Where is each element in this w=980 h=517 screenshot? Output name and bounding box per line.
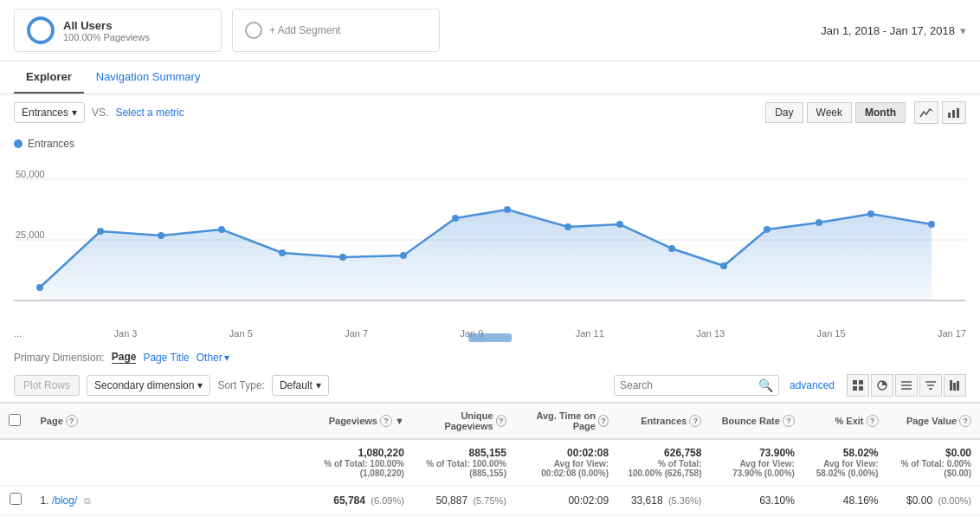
svg-point-14 [339,254,346,261]
row-page-value-value: $0.00 [906,494,932,507]
metric-selector[interactable]: Entrances ▾ [14,102,85,123]
th-page-help-icon[interactable]: ? [66,415,78,427]
total-avg-time-value: 00:02:08 [567,447,609,459]
svg-point-19 [616,221,623,228]
th-pageviews-sort-icon: ▼ [395,416,404,426]
th-avg-time-help-icon[interactable]: ? [598,415,609,427]
chart-svg: 50,000 25,000 [14,153,966,326]
search-icon: 🔍 [758,378,773,392]
data-table: Page ? Pageviews ? ▼ Unique Pageviews ? [0,403,980,515]
date-range-text: Jan 1, 2018 - Jan 17, 2018 [821,24,955,37]
segments-area: All Users 100.00% Pageviews + Add Segmen… [14,9,440,52]
plot-rows-button[interactable]: Plot Rows [14,375,80,396]
th-page-value-help-icon[interactable]: ? [959,415,971,427]
svg-point-23 [816,219,822,226]
total-entrances-cell: 626,758 % of Total: 100.00% (626,758) [617,439,710,486]
row-bounce-cell: 63.10% [710,486,803,515]
tab-navigation-summary[interactable]: Navigation Summary [84,61,213,94]
tab-explorer[interactable]: Explorer [14,61,84,94]
secondary-dimension-selector[interactable]: Secondary dimension ▾ [87,375,210,396]
add-segment-button[interactable]: + Add Segment [232,9,440,52]
week-button[interactable]: Week [807,102,852,123]
th-unique-pageviews: Unique Pageviews ? [413,404,515,440]
tabs-bar: Explorer Navigation Summary [0,61,980,94]
vs-label: VS. [92,107,108,119]
row-num: 1. [41,494,49,507]
total-page-value-value: $0.00 [945,447,971,459]
total-checkbox-cell [0,439,32,486]
svg-rect-40 [957,381,959,391]
th-bounce-help-icon[interactable]: ? [783,415,795,427]
svg-rect-2 [957,108,959,118]
metric-label: Entrances [22,107,68,119]
dim-page-title-link[interactable]: Page Title [143,352,189,364]
row-avg-time-cell: 00:02:09 [515,486,617,515]
table-header-row: Page ? Pageviews ? ▼ Unique Pageviews ? [0,404,980,440]
svg-point-11 [158,232,164,239]
th-unique-help-icon[interactable]: ? [496,415,506,427]
custom-view-button[interactable] [944,374,966,397]
month-button[interactable]: Month [855,102,906,123]
th-exit: % Exit ? [803,404,887,440]
th-checkbox [0,404,32,440]
pie-view-button[interactable] [871,374,893,397]
row-entrances-pct: (5.36%) [668,495,702,506]
th-exit-help-icon[interactable]: ? [867,415,879,427]
grid-view-button[interactable] [847,374,869,397]
all-users-segment[interactable]: All Users 100.00% Pageviews [14,9,222,52]
total-bounce-sub: Avg for View: 73.90% (0.00%) [719,459,794,478]
dim-other-dropdown[interactable]: Other ▾ [197,352,229,364]
select-metric-link[interactable]: Select a metric [115,107,184,119]
day-button[interactable]: Day [765,102,803,123]
row-page-value-pct: (0.00%) [938,495,971,506]
date-range-picker[interactable]: Jan 1, 2018 - Jan 17, 2018 ▾ [821,24,966,37]
x-label-6: Jan 13 [696,328,725,339]
row-pageviews-value: 65,784 [333,494,365,507]
filter-view-button[interactable] [919,374,942,397]
svg-rect-28 [859,380,863,385]
total-exit-cell: 58.02% Avg for View: 58.02% (0.00%) [803,439,887,486]
svg-rect-30 [859,386,863,391]
total-exit-sub: Avg for View: 58.02% (0.00%) [812,459,879,478]
add-segment-circle-icon [245,22,262,39]
dim-page-link[interactable]: Page [112,351,137,364]
total-avg-time-sub: Avg for View: 00:02:08 (0.00%) [524,459,609,478]
row-page-link[interactable]: /blog/ [52,494,77,507]
copy-icon[interactable]: ⧉ [84,495,91,506]
dim-other-arrow-icon: ▾ [224,352,229,364]
secondary-dim-label: Secondary dimension [94,379,194,391]
metric-controls: Entrances ▾ VS. Select a metric [14,102,184,123]
row-pageviews-cell: 65,784 (6.09%) [292,486,413,515]
search-input[interactable] [620,379,758,391]
select-all-checkbox[interactable] [9,414,21,426]
sort-default-selector[interactable]: Default ▾ [272,375,329,396]
row-bounce-value: 63.10% [759,494,795,507]
entrances-legend-label: Entrances [28,138,74,150]
chart-container: 50,000 25,000 [14,153,966,326]
total-avg-time-cell: 00:02:08 Avg for View: 00:02:08 (0.00%) [515,439,617,486]
svg-rect-39 [953,383,956,391]
list-view-button[interactable] [895,374,918,397]
date-range-arrow-icon: ▾ [960,24,966,37]
metric-dropdown-icon: ▾ [72,107,77,119]
x-label-1: Jan 3 [114,328,138,339]
entrances-legend-dot [14,139,23,148]
top-bar: All Users 100.00% Pageviews + Add Segmen… [0,0,980,61]
row-checkbox[interactable] [10,493,22,505]
sort-arrow-icon: ▾ [316,379,321,391]
row-unique-cell: 50,887 (5.75%) [413,486,515,515]
th-pageviews-help-icon[interactable]: ? [380,415,392,427]
total-unique-sub: % of Total: 100.00% (885,155) [422,459,506,478]
svg-rect-0 [948,113,951,118]
row-exit-value: 48.16% [843,494,879,507]
total-pageviews-sub: % of Total: 100.00% (1,080,220) [300,459,404,478]
th-pageviews: Pageviews ? ▼ [292,404,413,440]
total-pageviews-value: 1,080,220 [358,447,403,459]
th-entrances-help-icon[interactable]: ? [689,415,701,427]
line-chart-button[interactable] [914,101,938,124]
total-bounce-cell: 73.90% Avg for View: 73.90% (0.00%) [710,439,803,486]
advanced-link[interactable]: advanced [790,379,835,391]
row-page-cell: 1. /blog/ ⧉ [32,486,293,515]
scrollbar-handle[interactable] [468,333,512,342]
bar-chart-button[interactable] [942,101,966,124]
